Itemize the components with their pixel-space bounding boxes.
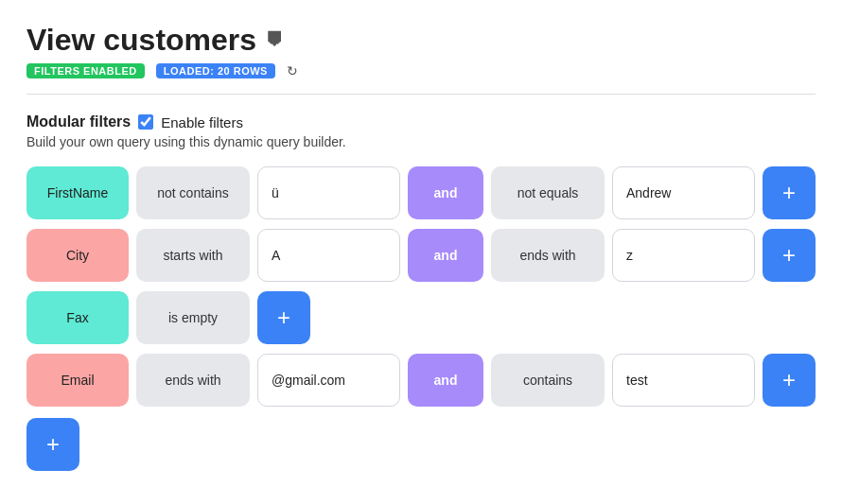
divider — [26, 94, 816, 95]
filter-row: Fax is empty + — [26, 291, 816, 344]
filter-row: FirstName not contains and not equals + — [26, 166, 816, 219]
field-pill[interactable]: City — [26, 229, 129, 282]
add-condition-button[interactable]: + — [763, 229, 816, 282]
filter-icon: ⛊ — [266, 29, 285, 51]
add-condition-button[interactable]: + — [763, 166, 816, 219]
operator-pill[interactable]: starts with — [136, 229, 250, 282]
and-connector[interactable]: and — [408, 354, 483, 407]
enable-filters-label: Enable filters — [161, 114, 243, 130]
and-connector[interactable]: and — [408, 166, 483, 219]
field-pill[interactable]: FirstName — [26, 166, 129, 219]
filters-enabled-badge: FILTERS ENABLED — [26, 63, 145, 78]
loaded-rows-badge: LOADED: 20 ROWS — [156, 63, 275, 78]
value2-input[interactable] — [612, 229, 755, 282]
add-condition-button[interactable]: + — [763, 354, 816, 407]
status-bar: FILTERS ENABLED LOADED: 20 ROWS ↻ — [26, 63, 816, 78]
value-input[interactable] — [257, 166, 400, 219]
modular-filters-label: Modular filters — [26, 113, 131, 130]
value-input[interactable] — [257, 229, 400, 282]
value-input[interactable] — [257, 354, 400, 407]
filter-row: City starts with and ends with + — [26, 229, 816, 282]
field-pill[interactable]: Fax — [26, 291, 129, 344]
filter-row: Email ends with and contains + — [26, 354, 816, 407]
operator2-pill[interactable]: not equals — [491, 166, 605, 219]
filter-builder: FirstName not contains and not equals + … — [26, 166, 816, 471]
value2-input[interactable] — [612, 166, 755, 219]
operator-pill[interactable]: is empty — [136, 291, 250, 344]
and-connector[interactable]: and — [408, 229, 483, 282]
section-title: Modular filters Enable filters — [26, 113, 816, 130]
section-description: Build your own query using this dynamic … — [26, 134, 816, 149]
operator2-pill[interactable]: contains — [491, 354, 605, 407]
add-row-section: + — [26, 418, 816, 471]
operator-pill[interactable]: ends with — [136, 354, 250, 407]
page-header: View customers ⛊ — [26, 23, 816, 58]
page-title: View customers — [26, 23, 256, 58]
add-row-button[interactable]: + — [26, 418, 79, 471]
refresh-icon[interactable]: ↻ — [287, 63, 298, 78]
value2-input[interactable] — [612, 354, 755, 407]
enable-filters-checkbox[interactable] — [138, 114, 153, 130]
operator-pill[interactable]: not contains — [136, 166, 250, 219]
operator2-pill[interactable]: ends with — [491, 229, 605, 282]
field-pill[interactable]: Email — [26, 354, 129, 407]
add-condition-button[interactable]: + — [257, 291, 310, 344]
